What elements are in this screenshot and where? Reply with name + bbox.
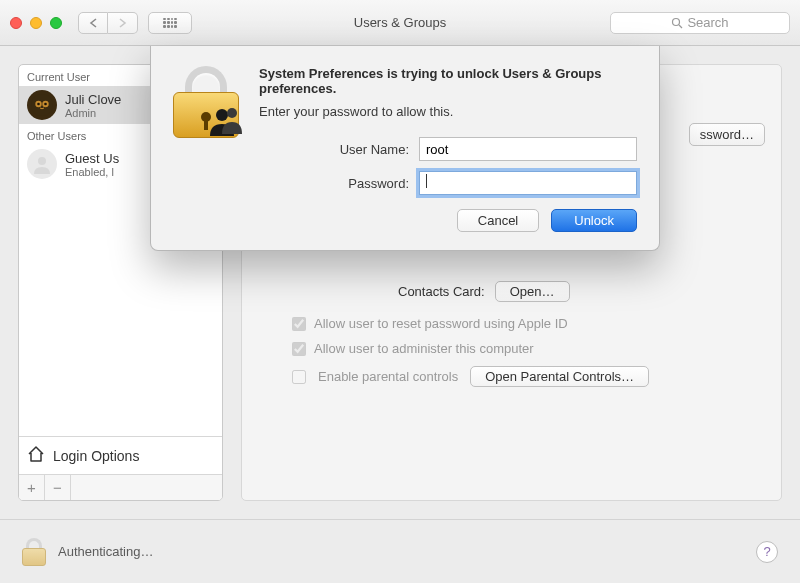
login-options-button[interactable]: Login Options bbox=[19, 436, 222, 474]
svg-point-5 bbox=[37, 103, 40, 106]
close-window-button[interactable] bbox=[10, 17, 22, 29]
remove-user-button[interactable]: − bbox=[45, 475, 71, 500]
svg-point-2 bbox=[31, 94, 53, 116]
svg-point-7 bbox=[38, 157, 46, 165]
back-button[interactable] bbox=[78, 12, 108, 34]
dialog-heading: System Preferences is trying to unlock U… bbox=[259, 66, 637, 96]
username-field[interactable] bbox=[419, 137, 637, 161]
search-icon bbox=[671, 17, 683, 29]
contacts-card-label: Contacts Card: bbox=[398, 284, 485, 299]
username-label: User Name: bbox=[259, 142, 409, 157]
password-label: Password: bbox=[259, 176, 409, 191]
forward-button[interactable] bbox=[108, 12, 138, 34]
password-field[interactable] bbox=[419, 171, 637, 195]
allow-reset-password-checkbox[interactable]: Allow user to reset password using Apple… bbox=[292, 316, 765, 331]
footer: Authenticating… ? bbox=[0, 519, 800, 583]
avatar bbox=[27, 90, 57, 120]
login-options-label: Login Options bbox=[53, 448, 139, 464]
open-parental-controls-button[interactable]: Open Parental Controls… bbox=[470, 366, 649, 387]
search-placeholder: Search bbox=[687, 15, 728, 30]
lock-icon bbox=[173, 66, 241, 138]
user-sub: Enabled, l bbox=[65, 166, 119, 178]
allow-administer-checkbox[interactable]: Allow user to administer this computer bbox=[292, 341, 765, 356]
checkbox-label: Allow user to reset password using Apple… bbox=[314, 316, 568, 331]
lock-status: Authenticating… bbox=[58, 544, 153, 559]
auth-dialog: System Preferences is trying to unlock U… bbox=[150, 46, 660, 251]
titlebar: Users & Groups Search bbox=[0, 0, 800, 46]
unlock-button[interactable]: Unlock bbox=[551, 209, 637, 232]
checkbox-icon bbox=[292, 317, 306, 331]
add-remove-bar: + − bbox=[19, 474, 222, 500]
user-name: Guest Us bbox=[65, 151, 119, 166]
users-silhouette-icon bbox=[209, 106, 245, 136]
minimize-window-button[interactable] bbox=[30, 17, 42, 29]
cancel-button[interactable]: Cancel bbox=[457, 209, 539, 232]
checkbox-icon bbox=[292, 342, 306, 356]
add-user-button[interactable]: + bbox=[19, 475, 45, 500]
dialog-subtext: Enter your password to allow this. bbox=[259, 104, 637, 119]
svg-point-8 bbox=[216, 109, 228, 121]
zoom-window-button[interactable] bbox=[50, 17, 62, 29]
open-contacts-button[interactable]: Open… bbox=[495, 281, 570, 302]
svg-point-9 bbox=[227, 108, 237, 118]
window-controls bbox=[10, 17, 62, 29]
search-input[interactable]: Search bbox=[610, 12, 790, 34]
svg-point-6 bbox=[44, 103, 47, 106]
user-role: Admin bbox=[65, 107, 121, 119]
change-password-button[interactable]: ssword… bbox=[689, 123, 765, 146]
user-name: Juli Clove bbox=[65, 92, 121, 107]
help-button[interactable]: ? bbox=[756, 541, 778, 563]
lock-icon[interactable] bbox=[22, 538, 46, 566]
checkbox-label: Enable parental controls bbox=[318, 369, 458, 384]
svg-point-0 bbox=[673, 18, 680, 25]
show-all-button[interactable] bbox=[148, 12, 192, 34]
checkbox-label: Allow user to administer this computer bbox=[314, 341, 534, 356]
home-icon bbox=[27, 445, 45, 466]
avatar-placeholder-icon bbox=[27, 149, 57, 179]
svg-line-1 bbox=[679, 25, 682, 28]
parental-controls-checkbox[interactable] bbox=[292, 370, 306, 384]
